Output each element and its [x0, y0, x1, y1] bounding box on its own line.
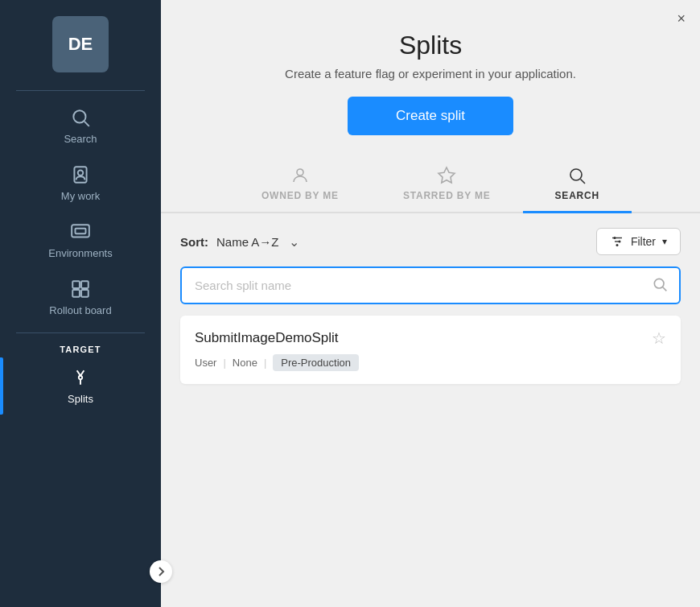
result-item: SubmitImageDemoSplit ☆ User | None | Pre…: [180, 316, 681, 384]
result-environment-tag: Pre-Production: [273, 354, 359, 371]
sidebar-divider-middle: [16, 332, 145, 333]
sidebar-item-splits[interactable]: Splits: [0, 357, 161, 415]
environments-icon: [70, 221, 91, 242]
sidebar-item-rollout-board[interactable]: Rollout board: [0, 269, 161, 326]
svg-rect-6: [72, 281, 80, 288]
sidebar-item-search[interactable]: Search: [0, 97, 161, 155]
sort-label: Sort:: [180, 235, 208, 249]
star-button[interactable]: ☆: [652, 328, 666, 348]
page-header: Splits Create a feature flag or experime…: [161, 0, 700, 97]
sidebar-item-label-search: Search: [64, 133, 97, 145]
meta-separator-2: |: [264, 357, 266, 369]
sidebar-item-environments[interactable]: Environments: [0, 212, 161, 269]
svg-line-1: [84, 122, 89, 126]
svg-rect-9: [81, 290, 89, 297]
chevron-right-icon: [155, 566, 167, 577]
svg-line-12: [80, 370, 84, 376]
svg-rect-5: [76, 229, 86, 234]
tab-search-label: SEARCH: [555, 190, 599, 201]
sidebar-item-label-my-work: My work: [61, 190, 100, 202]
sidebar-item-label-rollout-board: Rollout board: [49, 304, 111, 316]
meta-separator-1: |: [223, 357, 225, 369]
sidebar-item-label-environments: Environments: [48, 247, 112, 259]
filter-button[interactable]: Filter ▾: [596, 228, 681, 255]
tab-search-icon: [567, 166, 587, 185]
search-icon: [70, 107, 91, 128]
svg-rect-8: [72, 290, 80, 297]
target-section-label: TARGET: [60, 340, 101, 357]
page-title: Splits: [177, 31, 684, 60]
main-content: × Splits Create a feature flag or experi…: [161, 0, 700, 607]
svg-point-16: [570, 169, 582, 180]
result-meta-1: User: [195, 357, 216, 369]
svg-line-25: [663, 287, 667, 291]
rollout-board-icon: [70, 279, 91, 299]
svg-point-23: [616, 244, 618, 246]
svg-point-21: [613, 237, 616, 239]
svg-point-10: [79, 376, 82, 379]
sort-dropdown-button[interactable]: ⌄: [284, 233, 304, 251]
sort-value: Name A→Z: [216, 235, 279, 249]
svg-line-11: [77, 370, 80, 376]
result-item-meta: User | None | Pre-Production: [195, 354, 666, 371]
svg-point-22: [618, 241, 620, 243]
svg-point-14: [297, 169, 303, 175]
svg-marker-15: [439, 167, 455, 183]
tabs-bar: OWNED BY ME STARRED BY ME SEARCH: [161, 158, 700, 213]
create-split-button[interactable]: Create split: [348, 97, 513, 135]
svg-line-17: [581, 180, 586, 184]
tab-starred-label: STARRED BY ME: [403, 190, 491, 201]
sort-filter-bar: Sort: Name A→Z ⌄ Filter ▾: [161, 228, 700, 255]
filter-icon: [610, 234, 624, 249]
sidebar: DE Search My work Environments Rollout b…: [0, 0, 161, 607]
svg-rect-4: [72, 225, 89, 237]
svg-rect-7: [81, 281, 89, 288]
search-input-icon: [652, 276, 679, 295]
result-meta-2: None: [233, 357, 257, 369]
sidebar-item-label-splits: Splits: [68, 393, 93, 405]
svg-point-0: [73, 110, 85, 122]
result-item-name: SubmitImageDemoSplit: [195, 330, 339, 346]
result-item-header: SubmitImageDemoSplit ☆: [195, 328, 666, 348]
my-work-icon: [70, 164, 91, 185]
close-button[interactable]: ×: [677, 11, 686, 26]
sidebar-item-my-work[interactable]: My work: [0, 155, 161, 212]
svg-rect-2: [74, 167, 86, 183]
sidebar-collapse-button[interactable]: [150, 560, 172, 583]
filter-chevron-icon: ▾: [662, 236, 667, 247]
search-split-input[interactable]: [182, 268, 652, 303]
sidebar-divider-top: [16, 90, 145, 91]
svg-point-24: [654, 279, 664, 288]
tab-search[interactable]: SEARCH: [523, 158, 632, 213]
avatar[interactable]: DE: [52, 16, 109, 72]
svg-point-3: [78, 171, 84, 176]
search-input-container: [180, 266, 681, 304]
splits-icon: [70, 367, 91, 388]
tab-owned-by-me[interactable]: OWNED BY ME: [229, 158, 371, 213]
page-subtitle: Create a feature flag or experiment in y…: [177, 67, 684, 81]
tab-starred-by-me[interactable]: STARRED BY ME: [371, 158, 523, 213]
tab-owned-label: OWNED BY ME: [261, 190, 339, 201]
starred-by-me-icon: [437, 166, 456, 185]
filter-label: Filter: [631, 235, 656, 248]
owned-by-me-icon: [290, 166, 310, 185]
